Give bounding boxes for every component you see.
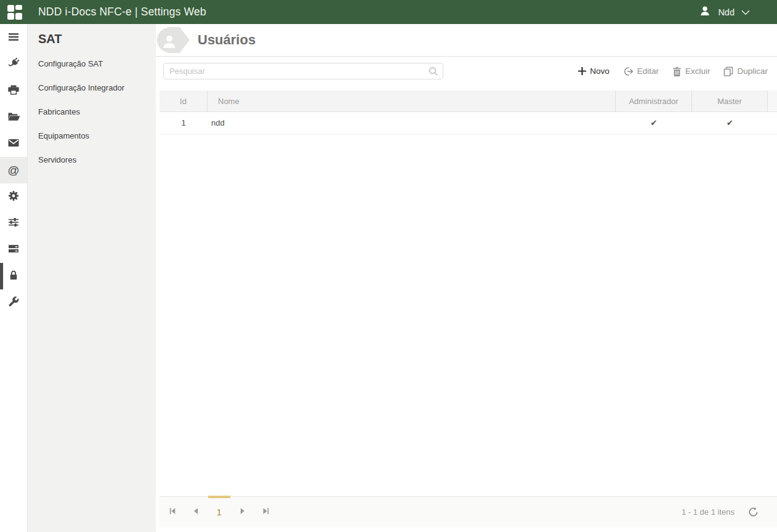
seek-first-icon — [168, 507, 177, 518]
sidebar-item-label: Fabricantes — [38, 107, 80, 116]
button-label: Excluir — [685, 66, 711, 76]
toolbar: Novo Editar — [156, 57, 777, 86]
wrench-icon — [7, 296, 20, 310]
sidebar-item-label: Configuração SAT — [38, 59, 103, 68]
column-label: Administrador — [629, 97, 678, 106]
bottom-strip — [156, 527, 777, 532]
previous-page-button[interactable] — [184, 503, 207, 522]
app-title: NDD i-Docs NFC-e | Settings Web — [38, 6, 206, 18]
folder-open-icon — [7, 111, 20, 124]
icon-rail: @ — [0, 24, 28, 532]
toolbar-buttons: Novo Editar — [578, 66, 768, 76]
plug-icon — [7, 57, 20, 72]
search-box — [163, 63, 443, 79]
at-sign-icon: @ — [7, 164, 19, 177]
cell-id: 1 — [159, 112, 207, 134]
rail-item-security[interactable] — [0, 263, 27, 289]
novo-button[interactable]: Novo — [578, 66, 610, 76]
first-page-button[interactable] — [161, 503, 184, 522]
table-row[interactable]: 1 ndd ✔ ✔ — [159, 112, 777, 134]
sidebar-item-label: Configuração Integrador — [38, 83, 124, 92]
topbar: NDD i-Docs NFC-e | Settings Web Ndd — [0, 0, 777, 24]
seek-last-icon — [262, 507, 270, 518]
gear-icon — [7, 190, 20, 204]
users-badge-icon — [157, 28, 182, 52]
sliders-icon — [7, 216, 20, 231]
logo-square — [15, 5, 22, 10]
last-page-button[interactable] — [254, 503, 278, 522]
rail-item-servers[interactable] — [0, 236, 27, 263]
sidebar-item-servidores[interactable]: Servidores — [38, 148, 156, 172]
search-input[interactable] — [163, 63, 443, 79]
column-header-id[interactable]: Id — [159, 91, 207, 111]
user-icon — [699, 5, 711, 20]
editar-button[interactable]: Editar — [623, 66, 659, 76]
button-label: Editar — [637, 66, 659, 76]
column-header-administrador[interactable]: Administrador — [616, 91, 692, 111]
check-icon: ✔ — [651, 118, 658, 127]
page-badge — [157, 25, 190, 55]
user-name: Ndd — [718, 7, 735, 17]
grid-header: Id Nome Administrador Master — [159, 91, 777, 112]
grid-empty-area — [156, 134, 777, 496]
next-page-button[interactable] — [231, 503, 254, 522]
duplicate-icon — [723, 66, 733, 76]
rail-item-plug[interactable] — [0, 51, 27, 78]
check-icon: ✔ — [727, 118, 733, 127]
rail-item-menu[interactable] — [0, 25, 27, 51]
rail-item-at[interactable]: @ — [0, 157, 27, 183]
rail-item-parameters[interactable] — [0, 210, 27, 236]
column-header-master[interactable]: Master — [692, 91, 768, 111]
rail-item-settings[interactable] — [0, 183, 27, 210]
app-logo-icon[interactable] — [7, 5, 22, 20]
logo-square — [15, 13, 22, 20]
cell-administrador: ✔ — [616, 112, 692, 134]
refresh-icon[interactable] — [748, 507, 759, 517]
user-menu[interactable]: Ndd — [699, 5, 750, 20]
previous-icon — [191, 507, 200, 518]
rail-item-folder[interactable] — [0, 104, 27, 131]
sidebar-item-configuracao-integrador[interactable]: Configuração Integrador — [38, 76, 156, 100]
logo-square — [7, 5, 14, 12]
server-icon — [7, 243, 20, 257]
sidebar-item-label: Servidores — [38, 155, 76, 164]
chevron-down-icon — [741, 7, 750, 18]
lock-icon — [7, 269, 20, 284]
page-header: Usuários — [156, 24, 777, 57]
column-header-nome[interactable]: Nome — [207, 91, 616, 111]
sidebar-item-equipamentos[interactable]: Equipamentos — [38, 124, 156, 148]
page-title: Usuários — [198, 32, 256, 48]
sidebar: SAT Configuração SAT Configuração Integr… — [28, 24, 156, 532]
cell-nome: ndd — [207, 112, 616, 134]
current-page-indicator — [208, 496, 230, 498]
column-label: Nome — [218, 97, 240, 106]
plus-icon — [578, 67, 586, 75]
next-icon — [238, 507, 247, 518]
users-grid: Id Nome Administrador Master 1 ndd ✔ ✔ — [159, 91, 777, 134]
cell-master: ✔ — [692, 112, 768, 134]
pager-status: 1 - 1 de 1 itens — [682, 507, 735, 517]
sidebar-item-configuracao-sat[interactable]: Configuração SAT — [38, 52, 156, 76]
page-number[interactable]: 1 — [207, 503, 231, 522]
column-label: Master — [717, 97, 742, 106]
printer-icon — [7, 84, 20, 99]
rail-item-tools[interactable] — [0, 289, 27, 316]
rail-item-mail[interactable] — [0, 131, 27, 157]
column-header-stub — [768, 91, 777, 111]
trash-icon — [672, 66, 682, 76]
sidebar-item-fabricantes[interactable]: Fabricantes — [38, 100, 156, 124]
mail-icon — [7, 137, 20, 151]
duplicar-button[interactable]: Duplicar — [723, 66, 768, 76]
sidebar-item-label: Equipamentos — [38, 131, 89, 140]
excluir-button[interactable]: Excluir — [672, 66, 711, 76]
search-icon[interactable] — [429, 66, 438, 79]
button-label: Novo — [590, 66, 610, 76]
logo-square — [7, 13, 14, 20]
pagination-bar: 1 1 - 1 de 1 itens — [159, 496, 777, 527]
rail-item-printer[interactable] — [0, 78, 27, 104]
main-content: Usuários Novo — [156, 24, 777, 532]
menu-icon — [7, 31, 20, 46]
edit-arrow-icon — [623, 66, 634, 76]
button-label: Duplicar — [737, 66, 768, 76]
sidebar-heading: SAT — [38, 31, 156, 46]
